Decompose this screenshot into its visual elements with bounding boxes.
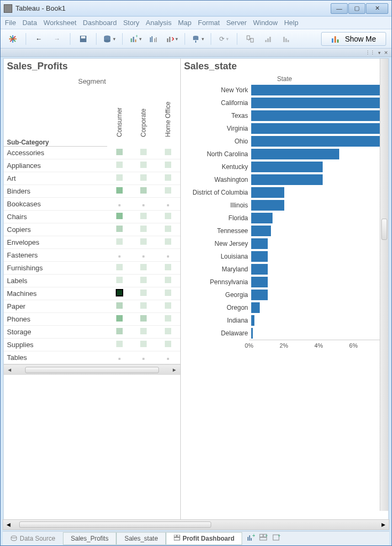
bar-row[interactable]: Illinois (183, 199, 384, 212)
bar-row[interactable]: District of Columbia (183, 186, 384, 199)
forward-button[interactable]: → (50, 32, 64, 46)
bar[interactable] (251, 328, 253, 339)
cell[interactable] (107, 236, 132, 249)
bar-row[interactable]: Indiana (183, 314, 384, 327)
row-chairs[interactable]: Chairs (4, 211, 107, 223)
bar-row[interactable]: Pennsylvania (183, 276, 384, 288)
heatmap-hscroll[interactable]: ◄► (4, 364, 180, 375)
cell[interactable] (107, 172, 132, 185)
swap-button[interactable] (243, 32, 257, 46)
menu-file[interactable]: File (5, 19, 16, 27)
cell[interactable] (131, 249, 156, 262)
bar[interactable] (251, 226, 271, 236)
cell[interactable] (107, 147, 132, 159)
cell[interactable] (131, 185, 156, 198)
row-phones[interactable]: Phones (4, 313, 107, 326)
tab-sales_profits[interactable]: Sales_Profits (63, 532, 117, 545)
main-hscroll[interactable]: ◄ ► (3, 519, 389, 530)
bar[interactable] (251, 315, 254, 326)
vertical-scrollbar[interactable] (380, 59, 388, 511)
row-envelopes[interactable]: Envelopes (4, 236, 107, 249)
cell[interactable] (107, 300, 132, 313)
bar[interactable] (251, 264, 268, 275)
cell[interactable] (156, 185, 180, 198)
row-binders[interactable]: Binders (4, 185, 107, 198)
cell[interactable] (156, 326, 180, 339)
row-paper[interactable]: Paper (4, 300, 107, 313)
row-storage[interactable]: Storage (4, 326, 107, 339)
bar-row[interactable]: Virginia (183, 122, 384, 135)
bar[interactable] (251, 251, 268, 262)
sort-asc-button[interactable] (261, 32, 275, 46)
bar[interactable] (251, 174, 323, 185)
row-furnishings[interactable]: Furnishings (4, 262, 107, 275)
row-supplies[interactable]: Supplies (4, 339, 107, 351)
sort-desc-button[interactable] (279, 32, 293, 46)
cell[interactable] (131, 262, 156, 275)
cell[interactable] (156, 339, 180, 351)
dash-grip-icon[interactable]: ⋮⋮ (365, 50, 375, 55)
new-worksheet-button[interactable]: + (129, 32, 142, 46)
bar-row[interactable]: Oregon (183, 301, 384, 314)
hscroll-thumb[interactable] (25, 367, 159, 373)
menu-server[interactable]: Server (226, 19, 246, 27)
cell[interactable] (131, 287, 156, 300)
cell[interactable] (107, 159, 132, 172)
cell[interactable] (131, 339, 156, 351)
cell[interactable] (131, 147, 156, 159)
row-copiers[interactable]: Copiers (4, 223, 107, 236)
bar[interactable] (251, 290, 268, 300)
bar[interactable] (251, 136, 384, 147)
cell[interactable] (156, 147, 180, 159)
connect-button[interactable] (191, 32, 205, 46)
cell[interactable] (156, 351, 180, 364)
cell[interactable] (131, 211, 156, 223)
col-corporate[interactable]: Corporate (140, 126, 147, 137)
col-homeoffice[interactable]: Home Office (164, 126, 172, 137)
bar-row[interactable]: Louisiana (183, 250, 384, 263)
row-appliances[interactable]: Appliances (4, 159, 107, 172)
cell[interactable] (107, 198, 132, 211)
bar-row[interactable]: Tennessee (183, 224, 384, 237)
menu-story[interactable]: Story (123, 19, 139, 27)
dash-close-icon[interactable]: ✕ (384, 50, 388, 55)
save-button[interactable] (76, 32, 90, 46)
menu-data[interactable]: Data (22, 19, 37, 27)
cell[interactable] (107, 275, 132, 287)
row-art[interactable]: Art (4, 172, 107, 185)
dash-dropdown-icon[interactable]: ▾ (378, 50, 381, 55)
cell[interactable] (131, 159, 156, 172)
duplicate-worksheet-button[interactable] (147, 32, 161, 46)
bar[interactable] (251, 187, 284, 198)
menu-map[interactable]: Map (178, 19, 191, 27)
data-source-button[interactable] (102, 32, 116, 46)
new-dashboard-tab-button[interactable]: + (259, 534, 268, 543)
cell[interactable] (131, 172, 156, 185)
cell[interactable] (131, 198, 156, 211)
bar[interactable] (251, 110, 384, 121)
cell[interactable] (156, 262, 180, 275)
bar[interactable] (251, 98, 384, 108)
cell[interactable] (107, 287, 132, 300)
bar[interactable] (251, 123, 384, 134)
cell[interactable] (131, 236, 156, 249)
menu-format[interactable]: Format (198, 19, 220, 27)
cell[interactable] (156, 236, 180, 249)
cell[interactable] (107, 249, 132, 262)
bar-row[interactable]: Delaware (183, 327, 384, 340)
maximize-button[interactable]: ▢ (348, 3, 365, 14)
cell[interactable] (131, 326, 156, 339)
menu-worksheet[interactable]: Worksheet (43, 19, 76, 27)
cell[interactable] (156, 198, 180, 211)
bar-row[interactable]: Florida (183, 212, 384, 224)
tab-sales_state[interactable]: Sales_state (116, 532, 166, 545)
cell[interactable] (131, 223, 156, 236)
close-button[interactable]: ✕ (366, 3, 388, 14)
bar-row[interactable]: Maryland (183, 263, 384, 276)
bar-row[interactable]: Texas (183, 109, 384, 122)
row-accessories[interactable]: Accessories (4, 147, 107, 159)
cell[interactable] (107, 326, 132, 339)
row-labels[interactable]: Labels (4, 275, 107, 287)
bar-row[interactable]: California (183, 97, 384, 109)
show-me-button[interactable]: Show Me (321, 32, 386, 46)
